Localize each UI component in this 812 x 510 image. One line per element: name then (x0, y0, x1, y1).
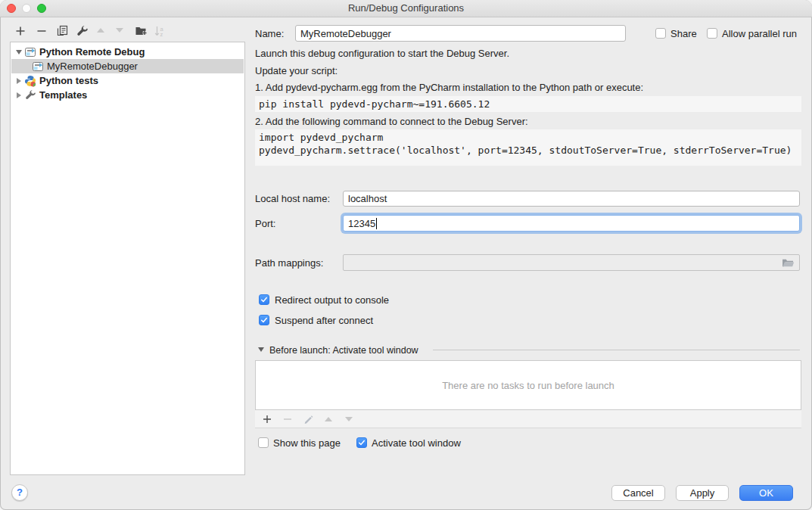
port-label: Port: (255, 218, 275, 229)
remove-configuration-icon[interactable] (36, 25, 48, 37)
python-tests-icon (24, 75, 36, 87)
copy-configuration-icon[interactable] (56, 25, 68, 37)
port-input[interactable]: 12345 (343, 215, 800, 232)
svg-text:z: z (160, 31, 163, 37)
window-title: Run/Debug Configurations (0, 0, 812, 17)
step2-text: 2. Add the following command to connect … (255, 116, 528, 127)
configurations-tree: Python Remote Debug MyRemoteDebugger Pyt… (10, 42, 245, 475)
redirect-output-checkbox[interactable] (259, 294, 269, 305)
sort-configurations-icon: az (154, 25, 166, 37)
step1-text: 1. Add pydevd-pycharm.egg from the PyCha… (255, 82, 643, 93)
tree-item-label: Templates (39, 89, 87, 101)
help-button[interactable]: ? (11, 484, 28, 501)
show-this-page-checkbox[interactable] (258, 437, 269, 448)
add-task-icon[interactable] (262, 414, 272, 424)
show-this-page-label: Show this page (273, 437, 341, 449)
settrace-code: import pydevd_pycharm pydevd_pycharm.set… (255, 129, 801, 166)
move-task-down-icon (344, 414, 354, 424)
browse-folder-icon[interactable] (782, 258, 795, 268)
move-down-icon (116, 28, 128, 40)
text-cursor (376, 218, 377, 229)
run-config-icon (32, 61, 44, 73)
intro-text: Launch this debug configuration to start… (255, 48, 509, 59)
zoom-window-button[interactable] (37, 4, 46, 13)
before-launch-title: Before launch: Activate tool window (269, 345, 418, 356)
title-bar: Run/Debug Configurations (0, 0, 812, 17)
local-host-input[interactable]: localhost (343, 191, 800, 207)
add-configuration-icon[interactable] (14, 25, 26, 37)
before-launch-tasks-list[interactable]: There are no tasks to run before launch (255, 360, 801, 410)
remove-task-icon (282, 414, 293, 424)
chevron-right-icon[interactable] (14, 92, 24, 98)
activate-tool-window-label: Activate tool window (372, 437, 461, 449)
name-label: Name: (255, 28, 284, 39)
run-debug-configurations-dialog: Run/Debug Configurations az Python Remot… (0, 0, 812, 510)
chevron-down-icon[interactable] (14, 50, 24, 54)
run-config-icon (24, 46, 36, 58)
minimize-window-button (22, 4, 31, 13)
activate-tool-window-checkbox[interactable] (356, 437, 367, 448)
tasks-toolbar (255, 410, 801, 428)
allow-parallel-run-checkbox[interactable] (707, 28, 717, 39)
name-input[interactable]: MyRemoteDebugger (295, 25, 626, 42)
ok-button[interactable]: OK (739, 485, 793, 501)
allow-parallel-run-label: Allow parallel run (722, 28, 797, 39)
share-label: Share (670, 28, 697, 39)
redirect-output-label: Redirect output to console (275, 294, 389, 306)
path-mappings-label: Path mappings: (255, 257, 323, 269)
tree-item-label: MyRemoteDebugger (47, 61, 138, 72)
pip-install-code: pip install pydevd-pycharm~=191.6605.12 (255, 96, 801, 112)
tree-item-python-remote-debug[interactable]: Python Remote Debug (11, 45, 244, 59)
local-host-label: Local host name: (255, 193, 330, 204)
path-mappings-input[interactable] (343, 254, 800, 271)
edit-templates-icon[interactable] (76, 25, 89, 37)
suspend-after-connect-label: Suspend after connect (275, 315, 373, 326)
tree-item-python-tests[interactable]: Python tests (11, 73, 244, 88)
tree-item-label: Python tests (39, 75, 98, 86)
new-folder-icon[interactable] (135, 25, 147, 37)
update-script-text: Update your script: (255, 65, 338, 76)
chevron-right-icon[interactable] (14, 78, 24, 84)
move-task-up-icon (323, 414, 334, 424)
apply-button[interactable]: Apply (676, 485, 729, 501)
edit-task-pencil-icon (303, 414, 313, 424)
tree-item-label: Python Remote Debug (39, 46, 145, 58)
move-up-icon (97, 28, 109, 40)
close-window-button[interactable] (7, 4, 16, 13)
tree-item-templates[interactable]: Templates (11, 88, 244, 102)
empty-tasks-message: There are no tasks to run before launch (442, 380, 614, 391)
tree-item-myremotedebugger[interactable]: MyRemoteDebugger (11, 59, 244, 73)
share-checkbox[interactable] (655, 28, 666, 39)
templates-wrench-icon (24, 89, 36, 101)
cancel-button[interactable]: Cancel (611, 485, 665, 501)
suspend-after-connect-checkbox[interactable] (259, 315, 269, 325)
separator-line (433, 350, 800, 350)
before-launch-collapse-icon[interactable] (258, 347, 264, 352)
